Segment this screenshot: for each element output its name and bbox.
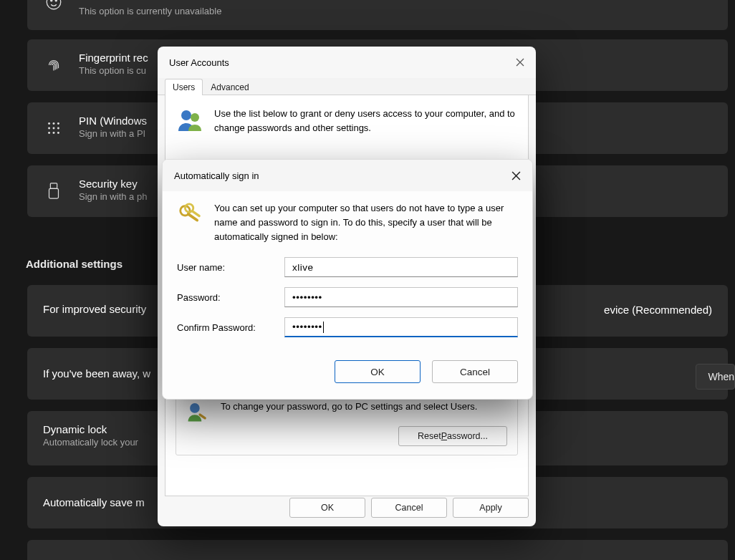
text-caret — [323, 322, 324, 333]
svg-point-14 — [181, 110, 191, 120]
username-value: xlive — [292, 262, 314, 273]
cancel-button[interactable]: Cancel — [371, 498, 447, 518]
svg-point-15 — [191, 113, 199, 122]
close-icon[interactable] — [516, 58, 524, 67]
svg-point-7 — [53, 127, 55, 130]
svg-point-3 — [48, 122, 50, 125]
keypad-icon — [43, 117, 64, 139]
apply-button[interactable]: Apply — [453, 498, 529, 518]
option-facial-recognition[interactable]: This option is currently unavailable — [27, 0, 728, 30]
svg-point-8 — [57, 127, 59, 130]
password-field[interactable]: •••••••• — [284, 287, 518, 307]
row-confirm-password: Confirm Password: •••••••• — [177, 317, 518, 337]
dialog-titlebar: Automatically sign in — [163, 160, 532, 191]
dialog-title: Automatically sign in — [174, 170, 259, 181]
reset-password-button[interactable]: Reset Password... — [398, 426, 507, 446]
svg-point-2 — [55, 0, 57, 1]
when-button-label: When — [708, 371, 734, 382]
option-subtext: This option is currently unavailable — [79, 6, 714, 18]
ok-button[interactable]: OK — [335, 360, 421, 383]
username-label: User name: — [177, 262, 284, 273]
tab-advanced[interactable]: Advanced — [203, 79, 256, 95]
row-label-suffix: evice (Recommended) — [604, 304, 712, 316]
svg-point-1 — [51, 0, 52, 1]
row-password: Password: •••••••• — [177, 287, 518, 307]
dialog-titlebar: User Accounts — [158, 47, 536, 78]
dialog-intro: You can set up your computer so that use… — [177, 201, 518, 244]
password-panel-text: To change your password, go to PC settin… — [221, 400, 477, 414]
dialog-title: User Accounts — [169, 57, 229, 68]
confirm-password-field[interactable]: •••••••• — [284, 317, 518, 337]
confirm-password-value: •••••••• — [292, 322, 322, 332]
ok-button[interactable]: OK — [289, 498, 365, 518]
dialog-auto-signin: Automatically sign in You can set up you… — [162, 159, 533, 400]
password-value: •••••••• — [292, 292, 322, 303]
svg-rect-12 — [50, 183, 57, 188]
row-username: User name: xlive — [177, 257, 518, 277]
usb-key-icon — [43, 180, 64, 202]
row-extra[interactable] — [27, 540, 728, 560]
when-button[interactable]: When — [696, 364, 735, 390]
dialog-intro-text: Use the list below to grant or deny user… — [214, 105, 518, 136]
confirm-password-label: Confirm Password: — [177, 322, 284, 333]
dialog-body: You can set up your computer so that use… — [163, 191, 532, 360]
face-icon — [43, 0, 64, 13]
dialog-footer: OK Cancel Apply — [165, 498, 529, 518]
keys-icon — [177, 201, 204, 244]
svg-point-4 — [53, 122, 55, 125]
user-key-icon — [186, 400, 211, 426]
svg-point-11 — [57, 132, 59, 134]
dialog-footer: OK Cancel — [163, 360, 532, 399]
cancel-button[interactable]: Cancel — [432, 360, 518, 383]
svg-point-0 — [47, 0, 61, 9]
dialog-tabs: Users Advanced — [158, 78, 536, 95]
close-icon[interactable] — [511, 171, 521, 180]
svg-point-5 — [57, 122, 59, 125]
tab-users[interactable]: Users — [165, 79, 203, 95]
section-heading-additional: Additional settings — [26, 258, 123, 270]
password-label: Password: — [177, 292, 284, 303]
users-icon — [176, 105, 204, 136]
dialog-intro-text: You can set up your computer so that use… — [214, 201, 518, 244]
svg-point-10 — [53, 132, 55, 134]
svg-point-9 — [48, 132, 50, 134]
username-field[interactable]: xlive — [284, 257, 518, 277]
fingerprint-icon — [43, 54, 64, 76]
svg-point-6 — [48, 127, 50, 130]
svg-point-16 — [190, 403, 200, 413]
svg-rect-13 — [49, 188, 59, 198]
dialog-intro: Use the list below to grant or deny user… — [176, 105, 518, 136]
